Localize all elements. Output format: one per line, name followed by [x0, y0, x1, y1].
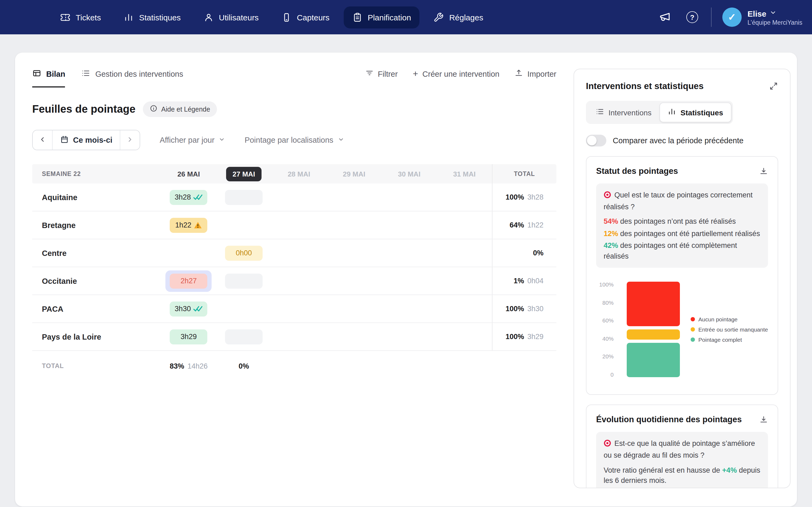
timesheet-cell[interactable]: [437, 295, 492, 323]
timesheet-cell[interactable]: [271, 211, 326, 239]
import-button[interactable]: Importer: [514, 69, 556, 79]
user-menu[interactable]: ✓ Elise L’équipe MerciYanis: [722, 7, 802, 27]
timesheet-cell[interactable]: [271, 267, 326, 294]
day-header[interactable]: 31 MAI: [437, 164, 492, 183]
timesheet-row: Occitanie2h271%0h04: [32, 267, 556, 295]
download-icon[interactable]: [759, 167, 768, 175]
calendar-icon: [60, 135, 69, 145]
timesheet-cell[interactable]: [216, 267, 271, 294]
nav-tickets[interactable]: Tickets: [52, 6, 110, 28]
timesheet-cell[interactable]: [216, 183, 271, 211]
row-total-percent: 0%: [533, 249, 544, 257]
row-total: 1%0h04: [492, 267, 556, 294]
display-by-dropdown[interactable]: Afficher par jour: [160, 136, 225, 144]
timesheet-entry-pill[interactable]: [225, 329, 263, 344]
timesheet-entry-pill[interactable]: 3h30: [170, 301, 208, 316]
location-name: Pays de la Loire: [32, 323, 161, 350]
nav-statistiques[interactable]: Statistiques: [115, 6, 189, 28]
stat-value: 12%: [604, 229, 618, 237]
footer-grand-total: [492, 351, 556, 381]
timesheet-cell[interactable]: [326, 267, 382, 294]
timesheet-cell[interactable]: [161, 239, 216, 267]
stat-value: 54%: [604, 217, 618, 225]
timesheet-cell[interactable]: [326, 295, 382, 323]
nav-utilisateurs[interactable]: Utilisateurs: [195, 6, 267, 28]
sheet-title-row: Feuilles de pointage Aide et Légende: [32, 101, 556, 117]
timesheet-cell[interactable]: [271, 323, 326, 350]
timesheet-cell[interactable]: [382, 211, 437, 239]
upload-icon: [514, 69, 523, 79]
timesheet-cell[interactable]: [326, 211, 382, 239]
timesheet-cell[interactable]: [216, 295, 271, 323]
help-button[interactable]: ?: [684, 9, 700, 25]
announcements-button[interactable]: [656, 8, 673, 26]
nav-capteurs[interactable]: Capteurs: [272, 6, 338, 28]
timesheet-cell[interactable]: [382, 267, 437, 294]
info-icon: [150, 105, 158, 114]
timesheet-entry-pill[interactable]: 3h28: [170, 190, 208, 205]
filter-button[interactable]: Filtrer: [365, 69, 398, 79]
day-header[interactable]: 30 MAI: [382, 164, 437, 183]
bar-chart-icon: [123, 12, 134, 22]
tab-bilan[interactable]: Bilan: [32, 69, 65, 88]
timesheet-entry-pill[interactable]: 0h00: [225, 245, 263, 261]
tab-statistiques[interactable]: Statistiques: [659, 103, 731, 122]
row-total-percent: 1%: [514, 277, 524, 285]
day-header[interactable]: 29 MAI: [326, 164, 382, 183]
timesheet-cell[interactable]: [437, 323, 492, 350]
timesheet-cell[interactable]: [271, 183, 326, 211]
timesheet-cell[interactable]: [326, 239, 382, 267]
timesheet-cell[interactable]: [326, 323, 382, 350]
avatar-check-icon: ✓: [728, 11, 736, 23]
filter-icon: [365, 69, 373, 79]
timesheet-cell[interactable]: [216, 323, 271, 350]
timesheet-cell[interactable]: [437, 183, 492, 211]
location-name: Bretagne: [32, 211, 161, 239]
timesheet-cell[interactable]: 1h22: [161, 211, 216, 239]
timesheet-entry-pill[interactable]: 2h27: [170, 273, 208, 288]
day-header[interactable]: 28 MAI: [271, 164, 326, 183]
timesheet-cell[interactable]: 3h28: [161, 183, 216, 211]
timesheet-cell[interactable]: [382, 239, 437, 267]
help-legend-badge[interactable]: Aide et Légende: [143, 101, 217, 117]
legend-item: Aucun pointage: [691, 316, 768, 323]
timesheet-cell[interactable]: [216, 211, 271, 239]
timesheet-cell[interactable]: 3h30: [161, 295, 216, 323]
timesheet-cell[interactable]: 2h27: [161, 267, 216, 294]
timesheet-entry-pill[interactable]: 3h29: [170, 329, 208, 344]
y-tick-label: 0: [596, 372, 614, 378]
footer-day-total: [382, 351, 437, 381]
timesheet-cell[interactable]: [437, 211, 492, 239]
tab-gestion-interventions[interactable]: Gestion des interventions: [81, 69, 183, 88]
timesheet-cell[interactable]: [271, 295, 326, 323]
grouping-dropdown[interactable]: Pointage par localisations: [245, 136, 344, 144]
timesheet-entry-pill[interactable]: [225, 273, 263, 288]
timesheet-cell[interactable]: [326, 183, 382, 211]
download-icon[interactable]: [759, 415, 768, 424]
timesheet-cell[interactable]: [437, 267, 492, 294]
timesheet-cell[interactable]: [437, 239, 492, 267]
grid-icon: [32, 69, 41, 79]
timesheet-entry-pill[interactable]: 1h22: [170, 218, 208, 233]
previous-period-button[interactable]: [33, 130, 52, 150]
row-total: 64%1h22: [492, 211, 556, 239]
panel-title: Interventions et statistiques: [586, 81, 704, 91]
chevron-down-icon: [219, 136, 225, 144]
compare-toggle[interactable]: [586, 135, 606, 147]
nav-reglages[interactable]: Réglages: [425, 6, 492, 28]
timesheet-cell[interactable]: 3h29: [161, 323, 216, 350]
expand-icon[interactable]: [769, 81, 778, 91]
day-header[interactable]: 26 MAI: [161, 164, 216, 183]
period-button[interactable]: Ce mois-ci: [52, 130, 120, 150]
timesheet-cell[interactable]: [382, 183, 437, 211]
timesheet-cell[interactable]: [382, 295, 437, 323]
day-header[interactable]: 27 MAI: [216, 164, 271, 183]
timesheet-entry-pill[interactable]: [225, 190, 263, 205]
tab-interventions[interactable]: Interventions: [588, 103, 659, 122]
next-period-button[interactable]: [120, 130, 140, 150]
timesheet-cell[interactable]: 0h00: [216, 239, 271, 267]
create-intervention-button[interactable]: + Créer une intervention: [413, 69, 499, 78]
timesheet-cell[interactable]: [382, 323, 437, 350]
timesheet-cell[interactable]: [271, 239, 326, 267]
nav-planification[interactable]: Planification: [344, 6, 420, 28]
